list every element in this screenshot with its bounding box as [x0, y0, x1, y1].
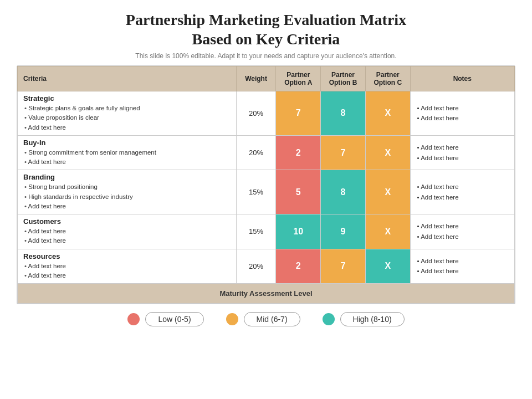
notes-bullet: Add text here	[417, 221, 509, 231]
notes-bullet: Add text here	[417, 153, 509, 163]
notes-cell: Add text hereAdd text here	[410, 214, 514, 249]
notes-cell: Add text hereAdd text here	[410, 91, 514, 136]
maturity-row: Maturity Assessment Level	[18, 284, 515, 304]
score-b-cell: 7	[321, 249, 366, 284]
table-row: CustomersAdd text hereAdd text here15%10…	[18, 214, 515, 249]
page-subtitle: This slide is 100% editable. Adapt it to…	[135, 52, 396, 60]
header-weight: Weight	[236, 66, 276, 91]
score-c-cell: X	[365, 214, 410, 249]
notes-bullet: Add text here	[417, 192, 509, 202]
score-a-cell: 10	[276, 214, 321, 249]
score-b-cell: 9	[321, 214, 366, 249]
score-b-cell: 8	[321, 91, 366, 136]
mid-dot	[226, 313, 238, 325]
criteria-title: Strategic	[23, 94, 231, 103]
criteria-bullet: High standards in respective industry	[24, 192, 231, 202]
criteria-bullet: Add text here	[24, 123, 231, 132]
criteria-bullet: Add text here	[24, 271, 231, 280]
criteria-title: Customers	[23, 217, 231, 226]
notes-bullet: Add text here	[417, 266, 509, 276]
legend-high: High (8-10)	[323, 312, 405, 326]
criteria-bullet: Value proposition is clear	[24, 113, 231, 122]
weight-cell: 15%	[236, 214, 276, 249]
criteria-bullet: Add text here	[24, 202, 231, 211]
criteria-bullet: Add text here	[24, 227, 231, 236]
criteria-cell: ResourcesAdd text hereAdd text here	[18, 249, 237, 284]
criteria-cell: Buy-InStrong commitment from senior mana…	[18, 135, 237, 170]
notes-cell: Add text hereAdd text here	[410, 135, 514, 170]
criteria-title: Resources	[23, 252, 231, 260]
low-dot	[127, 313, 140, 325]
weight-cell: 20%	[236, 135, 276, 170]
evaluation-table: Criteria Weight Partner Option A Partner…	[17, 66, 515, 304]
mid-label: Mid (6-7)	[244, 312, 300, 326]
legend-low: Low (0-5)	[127, 312, 203, 326]
score-c-cell: X	[365, 249, 410, 284]
criteria-cell: BrandingStrong brand positioningHigh sta…	[18, 170, 237, 214]
header-partner-c: Partner Option C	[365, 66, 410, 91]
header-partner-b: Partner Option B	[321, 66, 366, 91]
notes-cell: Add text hereAdd text here	[410, 170, 514, 214]
table-row: BrandingStrong brand positioningHigh sta…	[18, 170, 515, 214]
table-row: ResourcesAdd text hereAdd text here20%27…	[18, 249, 515, 284]
criteria-bullet: Add text here	[24, 236, 231, 245]
criteria-cell: StrategicStrategic plans & goals are ful…	[18, 91, 237, 136]
table-row: StrategicStrategic plans & goals are ful…	[18, 91, 515, 136]
high-dot	[323, 313, 335, 325]
header-criteria: Criteria	[18, 66, 237, 91]
criteria-title: Branding	[23, 173, 231, 181]
score-c-cell: X	[365, 170, 410, 214]
criteria-bullet: Strong commitment from senior management	[24, 148, 231, 157]
notes-bullet: Add text here	[417, 232, 509, 242]
low-label: Low (0-5)	[145, 312, 203, 326]
notes-bullet: Add text here	[417, 142, 509, 152]
notes-cell: Add text hereAdd text here	[410, 249, 514, 284]
notes-bullet: Add text here	[417, 103, 509, 113]
notes-bullet: Add text here	[417, 182, 509, 192]
weight-cell: 20%	[236, 249, 276, 284]
criteria-bullet: Strong brand positioning	[24, 182, 231, 192]
matrix-container: Criteria Weight Partner Option A Partner…	[17, 65, 515, 304]
high-label: High (8-10)	[340, 312, 405, 326]
legend-mid: Mid (6-7)	[226, 312, 300, 326]
header-notes: Notes	[410, 66, 514, 91]
score-a-cell: 2	[276, 135, 321, 170]
criteria-title: Buy-In	[23, 139, 231, 147]
weight-cell: 20%	[236, 91, 276, 136]
score-a-cell: 7	[276, 91, 321, 136]
criteria-bullet: Strategic plans & goals are fully aligne…	[24, 104, 231, 113]
header-partner-a: Partner Option A	[276, 66, 321, 91]
legend: Low (0-5) Mid (6-7) High (8-10)	[17, 312, 515, 326]
notes-bullet: Add text here	[417, 113, 509, 123]
page-title: Partnership Marketing Evaluation MatrixB…	[126, 10, 406, 49]
score-c-cell: X	[365, 91, 410, 136]
criteria-bullet: Add text here	[24, 262, 231, 271]
notes-bullet: Add text here	[417, 256, 509, 266]
score-c-cell: X	[365, 135, 410, 170]
score-b-cell: 7	[321, 135, 366, 170]
criteria-cell: CustomersAdd text hereAdd text here	[18, 214, 237, 249]
score-b-cell: 8	[321, 170, 366, 214]
score-a-cell: 2	[276, 249, 321, 284]
maturity-label: Maturity Assessment Level	[18, 284, 515, 304]
table-row: Buy-InStrong commitment from senior mana…	[18, 135, 515, 170]
page: Partnership Marketing Evaluation MatrixB…	[0, 0, 532, 399]
weight-cell: 15%	[236, 170, 276, 214]
score-a-cell: 5	[276, 170, 321, 214]
criteria-bullet: Add text here	[24, 157, 231, 167]
